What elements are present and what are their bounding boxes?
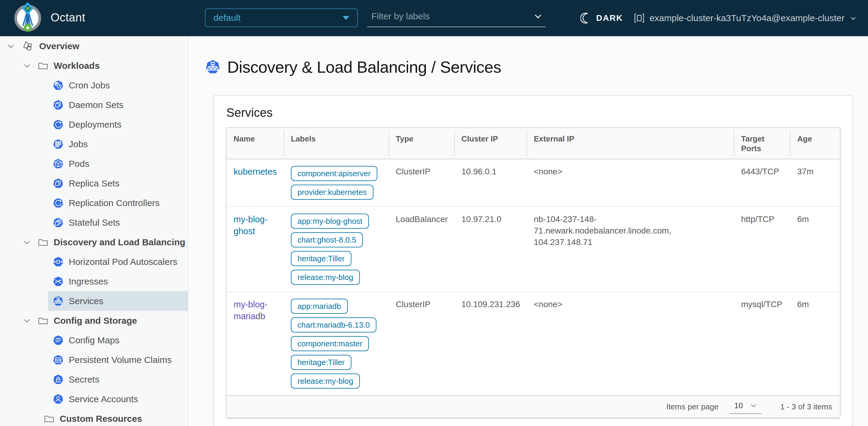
cell-target-ports: 6443/TCP xyxy=(734,159,790,206)
sidebar-item-services[interactable]: Services xyxy=(0,291,188,311)
sidebar-item-label: Workloads xyxy=(54,61,100,71)
sidebar-item-config-maps[interactable]: Config Maps xyxy=(0,330,188,350)
label-pill: release:my-blog xyxy=(291,270,360,285)
services-icon xyxy=(53,296,63,306)
items-per-page-select[interactable]: 10 xyxy=(730,400,762,414)
namespace-select[interactable]: default xyxy=(205,8,358,27)
cell-age: 6m xyxy=(790,292,840,395)
jobs-icon xyxy=(53,139,63,149)
octant-logo-icon xyxy=(13,2,43,33)
namespace-select-value: default xyxy=(213,13,241,23)
sidebar-item-label: Replica Sets xyxy=(69,178,119,189)
column-header-name: Name xyxy=(226,128,284,159)
sidebar-item-label: Deployments xyxy=(69,119,121,130)
cell-type: ClusterIP xyxy=(389,159,454,206)
cell-labels: app:my-blog-ghostchart:ghost-8.0.5herita… xyxy=(284,207,389,291)
table-row: kubernetescomponent:apiserverprovider:ku… xyxy=(226,159,840,207)
sidebar-item-pods[interactable]: Pods xyxy=(0,154,188,173)
table-pagination: Items per page 10 1 - 3 of 3 items xyxy=(226,395,840,418)
chevron-down-icon[interactable] xyxy=(23,61,31,70)
cluster-context-switcher[interactable]: example-cluster-ka3TuTzYo4a@example-clus… xyxy=(634,9,857,27)
configmaps-icon xyxy=(53,335,63,345)
column-header-labels: Labels xyxy=(284,128,389,159)
card-title: Services xyxy=(226,106,841,119)
sidebar-item-jobs[interactable]: Jobs xyxy=(0,134,188,154)
pods-icon xyxy=(53,159,63,169)
sidebar-item-label: Services xyxy=(69,296,103,306)
app-header: Octant default Filter by labels DARK exa… xyxy=(0,0,868,36)
items-per-page-value: 10 xyxy=(734,401,743,410)
sidebar-item-stateful-sets[interactable]: Stateful Sets xyxy=(0,213,188,232)
sidebar-item-label: Secrets xyxy=(69,374,99,385)
moon-icon xyxy=(581,13,591,24)
cell-age: 6m xyxy=(790,207,840,291)
chevron-down-icon xyxy=(849,14,857,22)
sidebar-item-discovery-and-load-balancing[interactable]: Discovery and Load Balancing xyxy=(0,232,188,252)
cell-external-ip: nb-104-237-148-71.newark.nodebalancer.li… xyxy=(527,207,734,291)
sidebar-item-label: Horizontal Pod Autoscalers xyxy=(69,257,177,267)
table-row: my-blog-mariadbapp:mariadbchart:mariadb-… xyxy=(226,292,840,395)
sidebar-item-deployments[interactable]: Deployments xyxy=(0,115,188,134)
sidebar-item-label: Custom Resources xyxy=(60,414,142,424)
sidebar-item-cron-jobs[interactable]: Cron Jobs xyxy=(0,76,188,95)
folder-icon xyxy=(38,316,48,326)
sidebar-item-service-accounts[interactable]: Service Accounts xyxy=(0,389,188,409)
sidebar-item-label: Config and Storage xyxy=(54,316,137,326)
label-pill: heritage:Tiller xyxy=(291,355,351,370)
label-pill: chart:ghost-8.0.5 xyxy=(291,232,363,247)
sidebar-item-label: Ingresses xyxy=(69,276,108,287)
column-header-target-ports: Target Ports xyxy=(734,128,790,159)
cell-cluster-ip: 10.96.0.1 xyxy=(454,159,527,206)
folder-icon xyxy=(38,61,48,71)
replicationcontrollers-icon xyxy=(53,198,63,208)
sidebar-item-secrets[interactable]: Secrets xyxy=(0,370,188,389)
cell-name: kubernetes xyxy=(226,159,284,206)
service-name-link[interactable]: my-blog-mariadb xyxy=(234,300,268,321)
label-pill: app:my-blog-ghost xyxy=(291,214,369,229)
overview-icon xyxy=(22,40,34,52)
app-title: Octant xyxy=(51,11,85,24)
label-pill: chart:mariadb-6.13.0 xyxy=(291,317,376,333)
table-header-row: NameLabelsTypeCluster IPExternal IPTarge… xyxy=(226,128,840,159)
label-pill: release:my-blog xyxy=(291,373,360,389)
sidebar-item-ingresses[interactable]: Ingresses xyxy=(0,272,188,291)
sidebar-item-replication-controllers[interactable]: Replication Controllers xyxy=(0,193,188,213)
cell-name: my-blog-mariadb xyxy=(226,292,284,395)
sidebar-item-persistent-volume-claims[interactable]: Persistent Volume Claims xyxy=(0,350,188,370)
column-header-external-ip: External IP xyxy=(527,128,734,159)
label-filter-placeholder: Filter by labels xyxy=(371,11,430,22)
chevron-down-icon[interactable] xyxy=(7,42,15,50)
chevron-down-icon xyxy=(749,402,757,409)
service-name-link[interactable]: my-blog-ghost xyxy=(234,215,268,236)
cell-cluster-ip: 10.109.231.236 xyxy=(454,292,527,395)
sidebar-item-label: Cron Jobs xyxy=(69,80,110,90)
sidebar-item-horizontal-pod-autoscalers[interactable]: Horizontal Pod Autoscalers xyxy=(0,252,188,272)
brand: Octant xyxy=(13,2,85,33)
cell-target-ports: mysql/TCP xyxy=(734,292,790,395)
folder-icon xyxy=(38,237,48,247)
label-filter-input[interactable]: Filter by labels xyxy=(367,8,546,27)
sidebar-item-config-and-storage[interactable]: Config and Storage xyxy=(0,311,188,330)
sidebar-item-replica-sets[interactable]: Replica Sets xyxy=(0,173,188,193)
replicasets-icon xyxy=(53,178,63,189)
service-name-link[interactable]: kubernetes xyxy=(234,167,277,176)
sidebar-item-workloads[interactable]: Workloads xyxy=(0,56,188,76)
cell-age: 37m xyxy=(790,159,840,206)
chevron-down-icon[interactable] xyxy=(23,316,31,325)
sidebar-item-daemon-sets[interactable]: Daemon Sets xyxy=(0,95,188,115)
column-header-age: Age xyxy=(790,128,840,159)
cell-external-ip: <none> xyxy=(527,292,734,395)
sidebar-item-label: Discovery and Load Balancing xyxy=(54,237,185,247)
caret-down-icon xyxy=(343,16,349,20)
sidebar-item-custom-resources[interactable]: Custom Resources xyxy=(0,409,188,426)
page-title-row: Discovery & Load Balancing / Services xyxy=(206,58,868,76)
dark-theme-toggle[interactable]: DARK xyxy=(581,9,623,27)
sidebar-item-overview[interactable]: Overview xyxy=(0,36,188,56)
pagination-range-text: 1 - 3 of 3 items xyxy=(780,402,832,411)
sidebar-item-label: Jobs xyxy=(69,139,88,149)
chevron-down-icon[interactable] xyxy=(23,238,31,247)
sidebar-item-label: Stateful Sets xyxy=(69,218,120,228)
table-row: my-blog-ghostapp:my-blog-ghostchart:ghos… xyxy=(226,207,840,292)
folder-icon xyxy=(44,414,54,424)
label-pill: heritage:Tiller xyxy=(291,251,351,266)
